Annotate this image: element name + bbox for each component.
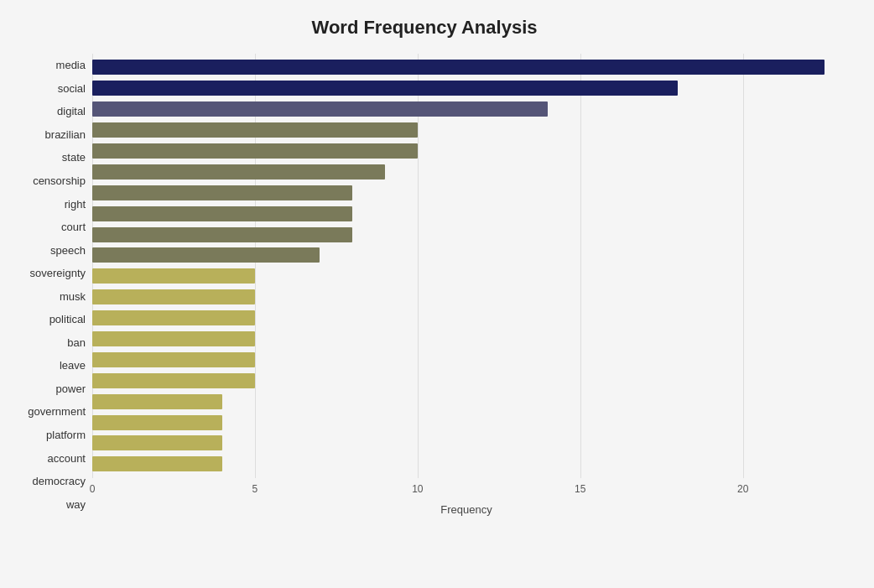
bar [92,227,352,242]
y-label: power [56,379,86,398]
bar [92,373,255,388]
chart-area: mediasocialdigitalbrazilianstatecensorsh… [8,54,840,516]
x-axis-labels: 05101520 [92,483,840,500]
y-label: sovereignty [30,264,86,283]
bar [92,456,222,471]
bar [92,331,255,346]
y-label: political [49,310,86,329]
bar-row [92,455,840,473]
x-tick: 0 [90,483,96,495]
bar [92,81,678,96]
bar-row [92,163,840,181]
y-label: ban [67,333,86,351]
x-tick: 20 [737,483,748,495]
bar [92,268,255,284]
y-label: brazilian [45,125,86,143]
bar [92,164,385,180]
bar-row [92,309,840,327]
bar [92,185,352,200]
bars-and-grid: 05101520 Frequency [92,54,840,516]
bar [92,247,320,263]
y-label: musk [60,287,86,305]
bar-row [92,79,840,97]
bar-row [92,414,840,432]
bar-row [92,100,840,118]
chart-title: Word Frequency Analysis [8,17,840,39]
y-label: platform [46,426,86,445]
y-axis: mediasocialdigitalbrazilianstatecensorsh… [8,54,92,516]
y-label: media [56,56,86,75]
bar-row [92,393,840,411]
bar [92,310,255,325]
bar-row [92,226,840,244]
bar-row [92,184,840,202]
bar [92,435,222,450]
y-label: censorship [33,172,86,190]
y-label: social [58,79,86,97]
bar-row [92,330,840,348]
bar [92,352,255,367]
bar [92,143,418,159]
x-tick: 15 [575,483,585,495]
bar [92,415,222,430]
x-axis-title: Frequency [92,503,840,516]
grid-and-bars [92,54,840,478]
y-label: state [62,148,86,167]
bar [92,206,352,221]
bars-wrapper [92,54,840,478]
bar-row [92,267,840,285]
bar [92,122,418,138]
y-label: court [61,218,86,237]
y-label: way [66,495,86,513]
y-label: speech [50,241,86,259]
bar [92,101,548,117]
y-label: right [65,195,86,213]
bar-row [92,372,840,390]
bar [92,60,825,75]
chart-container: Word Frequency Analysis mediasocialdigit… [0,0,874,588]
bar-row [92,434,840,452]
bar-row [92,288,840,306]
bar [92,394,222,409]
bar-row [92,58,840,76]
y-label: account [47,449,86,467]
bar-row [92,121,840,139]
bar-row [92,246,840,264]
y-label: leave [60,356,86,375]
y-label: digital [57,102,86,121]
bar [92,289,255,304]
x-tick: 5 [252,483,258,495]
bar-row [92,142,840,160]
bar-row [92,205,840,223]
y-label: government [28,403,86,421]
x-tick: 10 [412,483,423,495]
y-label: democracy [32,472,86,491]
bar-row [92,351,840,369]
